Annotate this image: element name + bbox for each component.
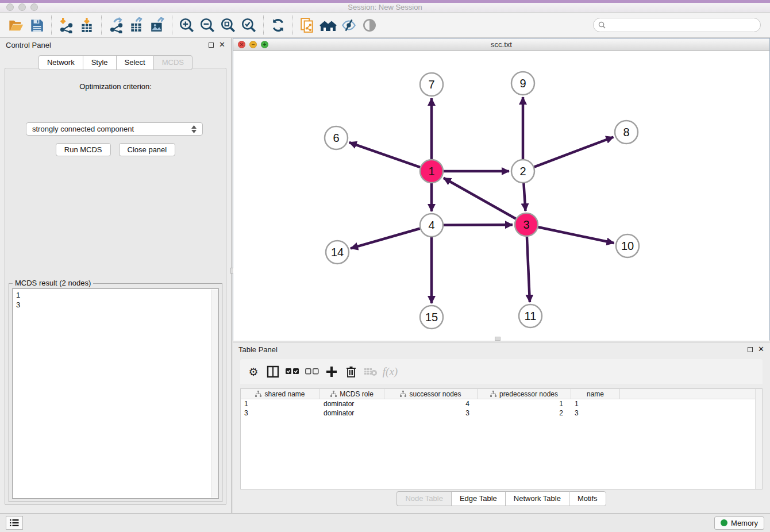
control-panel-title: Control Panel [6, 41, 51, 49]
table-panel: Table Panel ✕ ⚙ [233, 342, 770, 511]
refresh-layout-icon[interactable] [268, 15, 288, 36]
export-image-icon[interactable] [147, 15, 168, 36]
column-type-icon [490, 391, 496, 397]
table-row[interactable]: 3dominator323 [241, 408, 762, 418]
open-session-icon[interactable] [6, 15, 26, 36]
mcds-result-area[interactable]: 1 3 [12, 288, 219, 499]
zoom-fit-icon[interactable] [218, 15, 238, 36]
edge-1-6[interactable] [349, 142, 421, 167]
clone-network-icon[interactable] [297, 15, 318, 36]
node-table[interactable]: shared nameMCDS rolesuccessor nodesprede… [240, 388, 763, 489]
table-cell[interactable]: 1 [571, 400, 620, 408]
edge-4-3[interactable] [444, 225, 513, 225]
run-mcds-button[interactable]: Run MCDS [56, 143, 111, 156]
node-label-11: 11 [525, 310, 537, 322]
task-history-button[interactable] [6, 516, 23, 530]
criterion-select[interactable]: strongly connected component [26, 122, 203, 136]
export-table-icon[interactable] [126, 15, 147, 36]
zoom-in-icon[interactable] [176, 15, 197, 36]
table-tabs: Node Table Edge Table Network Table Moti… [233, 491, 770, 506]
column-header-name[interactable]: name [571, 389, 620, 399]
tab-edge-table[interactable]: Edge Table [451, 491, 505, 506]
edge-2-3[interactable] [523, 183, 525, 211]
toolbar-separator [101, 16, 102, 35]
table-cell[interactable]: 3 [571, 409, 620, 417]
deselect-all-columns-icon[interactable] [303, 363, 321, 380]
column-layout-icon[interactable] [264, 363, 282, 380]
node-label-2: 2 [519, 165, 526, 178]
function-builder-icon: f(x) [382, 363, 399, 380]
edge-3-11[interactable] [527, 237, 530, 302]
status-bar: Memory [0, 513, 770, 532]
close-panel-icon[interactable]: ✕ [219, 42, 225, 48]
cyndex-home-icon[interactable] [318, 15, 338, 36]
tab-node-table[interactable]: Node Table [396, 491, 451, 506]
close-table-panel-icon[interactable]: ✕ [758, 346, 764, 352]
column-header-shared-name[interactable]: shared name [241, 389, 320, 399]
add-column-icon[interactable] [323, 363, 340, 380]
table-cell[interactable]: 1 [241, 400, 320, 408]
column-header-MCDS-role[interactable]: MCDS role [320, 389, 384, 399]
import-network-icon[interactable] [56, 15, 76, 36]
table-cell[interactable]: 1 [478, 400, 571, 408]
node-label-6: 6 [333, 132, 339, 144]
column-label: name [587, 390, 604, 398]
node-label-3: 3 [523, 218, 529, 231]
edge-4-14[interactable] [351, 229, 420, 249]
search-box[interactable] [593, 18, 761, 32]
tab-style[interactable]: Style [83, 55, 116, 70]
control-panel: Control Panel ✕ Network Style Select MCD… [0, 38, 231, 513]
edge-2-8[interactable] [534, 137, 614, 167]
memory-button[interactable]: Memory [714, 516, 764, 530]
tab-motifs[interactable]: Motifs [569, 491, 606, 506]
table-cell[interactable]: 4 [384, 400, 478, 408]
table-cell[interactable]: 3 [241, 409, 320, 417]
table-cell[interactable]: 2 [478, 409, 571, 417]
float-panel-icon[interactable] [209, 43, 214, 48]
tab-mcds[interactable]: MCDS [153, 55, 192, 70]
save-session-icon[interactable] [26, 15, 47, 36]
column-header-successor-nodes[interactable]: successor nodes [384, 389, 478, 399]
import-table-icon[interactable] [76, 15, 97, 36]
table-cell[interactable]: dominator [320, 400, 384, 408]
zoom-out-icon[interactable] [197, 15, 218, 36]
search-input[interactable] [609, 21, 756, 30]
table-cell[interactable]: dominator [320, 409, 384, 417]
table-toolbar: ⚙ [240, 359, 763, 384]
float-table-panel-icon[interactable] [748, 347, 753, 352]
tab-select[interactable]: Select [116, 55, 153, 70]
result-scrollbar[interactable] [211, 290, 218, 498]
edge-3-10[interactable] [538, 227, 614, 243]
toolbar-separator [51, 16, 52, 35]
table-row[interactable]: 1dominator411 [241, 399, 762, 408]
memory-status-icon [721, 519, 727, 526]
table-settings-icon[interactable]: ⚙ [245, 363, 262, 380]
edge-3-1[interactable] [444, 178, 516, 219]
toolbar-separator [172, 16, 172, 35]
delete-column-icon[interactable] [342, 363, 360, 380]
table-cell[interactable]: 3 [384, 409, 478, 417]
network-canvas[interactable]: 7968124314101511 [233, 51, 769, 341]
node-label-4: 4 [428, 219, 434, 232]
tab-network[interactable]: Network [38, 55, 83, 70]
close-panel-button[interactable]: Close panel [119, 143, 176, 156]
column-header-predecessor-nodes[interactable]: predecessor nodes [478, 389, 571, 399]
toolbar-separator [263, 16, 264, 35]
select-all-columns-icon[interactable] [284, 363, 301, 380]
tab-network-table[interactable]: Network Table [505, 491, 569, 506]
mcds-result-title: MCDS result (2 nodes) [13, 279, 93, 287]
canvas-resize-handle[interactable] [495, 337, 500, 341]
mcds-result-text: 1 3 [13, 289, 218, 311]
hide-selected-icon[interactable] [338, 15, 359, 36]
table-body: 1dominator4113dominator323 [241, 399, 762, 418]
table-scrollbar[interactable] [755, 389, 762, 489]
memory-label: Memory [731, 519, 758, 527]
optimization-criterion-label: Optimization criterion: [5, 82, 226, 91]
criterion-value: strongly connected component [32, 125, 134, 133]
column-label: shared name [264, 390, 305, 398]
export-network-icon[interactable] [106, 15, 126, 36]
network-graph: 7968124314101511 [233, 51, 769, 339]
network-window-titlebar: ✕ – + scc.txt [233, 38, 769, 51]
zoom-selected-icon[interactable] [238, 15, 259, 36]
node-label-15: 15 [425, 311, 438, 323]
